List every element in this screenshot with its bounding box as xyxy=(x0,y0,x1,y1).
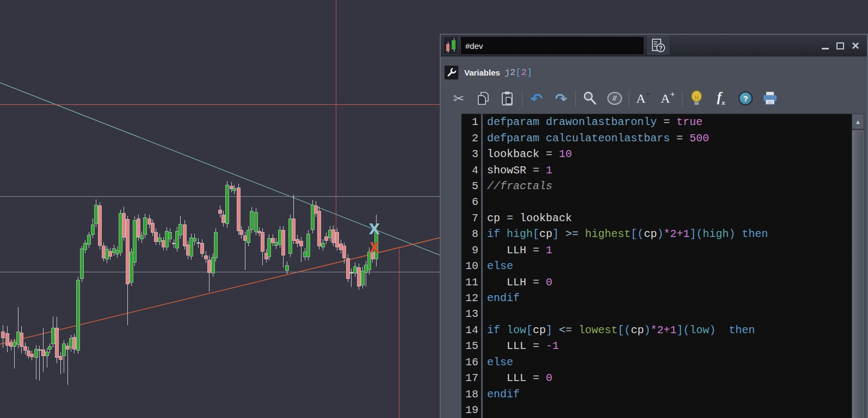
line-number: 8 xyxy=(461,228,481,240)
code-text: //fractals xyxy=(487,180,552,192)
horizontal-line[interactable] xyxy=(0,104,441,105)
code-line[interactable]: 19 xyxy=(461,402,853,418)
gutter-separator xyxy=(481,354,483,370)
panel-subtitle: j2[2] xyxy=(504,67,532,78)
vertical-line[interactable] xyxy=(336,0,336,242)
printer-icon xyxy=(762,91,778,105)
line-number: 15 xyxy=(461,340,481,352)
gutter-separator xyxy=(481,258,483,274)
code-line[interactable]: 2defparam calculateonlastbars = 500 xyxy=(461,130,853,146)
horizontal-line[interactable] xyxy=(0,272,441,272)
vertical-line[interactable] xyxy=(399,248,399,418)
line-number: 7 xyxy=(461,212,481,224)
code-line[interactable]: 18endif xyxy=(461,386,853,402)
price-chart[interactable]: XX xyxy=(0,0,441,418)
panel-subtitle-token: ] xyxy=(527,67,532,78)
code-line[interactable]: 11 LLH = 0 xyxy=(461,274,853,290)
toolbar-separator xyxy=(575,90,576,107)
code-editor-window: #dev ? × Variables j2[2] xyxy=(440,34,868,418)
undo-icon: ↶ xyxy=(531,90,543,107)
gutter-separator xyxy=(481,386,483,402)
hint-button[interactable] xyxy=(686,88,707,109)
line-number: 17 xyxy=(461,372,481,384)
code-line[interactable]: 8if high[cp] >= highest[(cp)*2+1](high) … xyxy=(461,226,853,242)
code-line[interactable]: 1defparam drawonlastbaronly = true xyxy=(461,114,853,130)
code-help-button[interactable]: ? xyxy=(647,36,670,55)
toolbar-separator xyxy=(522,90,522,107)
gutter-separator xyxy=(481,274,483,290)
gutter-separator xyxy=(481,210,483,226)
minimize-icon xyxy=(822,48,829,49)
copy-icon xyxy=(476,91,490,106)
code-line[interactable]: 3lookback = 10 xyxy=(461,146,853,162)
toolbar-separator xyxy=(682,90,682,107)
code-line[interactable]: 6 xyxy=(461,194,853,210)
wrench-icon[interactable] xyxy=(444,65,459,80)
code-editor[interactable]: 1defparam drawonlastbaronly = true2defpa… xyxy=(461,114,853,418)
window-titlebar[interactable]: #dev ? × xyxy=(441,35,867,57)
comment-button[interactable]: // xyxy=(604,88,625,109)
font-increase-icon: A+ xyxy=(661,91,675,106)
gutter-separator xyxy=(481,178,483,194)
print-button[interactable] xyxy=(760,88,780,109)
line-number: 11 xyxy=(461,276,481,289)
help-icon: ? xyxy=(738,91,753,105)
document-help-icon: ? xyxy=(650,38,667,54)
line-number: 5 xyxy=(461,180,481,192)
vertical-scrollbar[interactable]: ▲ xyxy=(852,114,864,418)
panel-subtitle-token: [ xyxy=(515,67,521,78)
gutter-separator xyxy=(481,130,483,146)
gutter-separator xyxy=(481,146,483,162)
gutter-separator xyxy=(481,226,483,242)
scroll-up-button[interactable]: ▲ xyxy=(852,114,864,129)
redo-button[interactable]: ↷ xyxy=(551,88,571,109)
code-text: LLL = 0 xyxy=(487,372,552,384)
scissors-icon: ✂ xyxy=(453,91,465,107)
code-line[interactable]: 16else xyxy=(461,354,853,370)
line-number: 9 xyxy=(461,244,481,257)
line-number: 1 xyxy=(461,116,481,128)
search-button[interactable] xyxy=(580,88,600,109)
code-text: defparam calculateonlastbars = 500 xyxy=(487,132,709,145)
editor-toolbar: ✂ ↶ ↷ // A− xyxy=(444,85,866,112)
help-button[interactable]: ? xyxy=(735,88,756,109)
code-text: defparam drawonlastbaronly = true xyxy=(487,116,703,128)
code-line[interactable]: 12endif xyxy=(461,290,853,306)
fractal-low-marker[interactable]: X xyxy=(370,241,380,254)
paste-button[interactable] xyxy=(497,88,518,109)
line-number: 18 xyxy=(461,388,481,401)
maximize-button[interactable] xyxy=(835,41,845,51)
function-button[interactable]: fx xyxy=(711,88,731,109)
code-line[interactable]: 7cp = lookback xyxy=(461,210,853,226)
gutter-separator xyxy=(481,194,483,210)
line-number: 3 xyxy=(461,148,481,160)
code-line[interactable]: 10else xyxy=(461,258,853,274)
scroll-thumb[interactable] xyxy=(852,130,864,418)
fractal-high-marker[interactable]: X xyxy=(369,222,380,236)
line-number: 16 xyxy=(461,356,481,369)
code-text: lookback = 10 xyxy=(487,148,572,160)
line-number: 4 xyxy=(461,164,481,177)
code-line[interactable]: 5//fractals xyxy=(461,178,853,194)
horizontal-line[interactable] xyxy=(0,196,441,197)
code-line[interactable]: 17 LLL = 0 xyxy=(461,370,853,386)
undo-button[interactable]: ↶ xyxy=(526,88,547,109)
gutter-separator xyxy=(481,370,483,386)
indicator-header: Variables j2[2] xyxy=(444,61,866,84)
code-text: endif xyxy=(487,292,520,304)
code-text: LLL = -1 xyxy=(487,340,559,352)
code-line[interactable]: 14if low[cp] <= lowest[(cp)*2+1](low) th… xyxy=(461,322,853,338)
window-title: #dev xyxy=(460,36,644,55)
close-button[interactable]: × xyxy=(851,41,860,51)
code-line[interactable]: 9 LLH = 1 xyxy=(461,242,853,258)
fx-icon: fx xyxy=(717,90,725,107)
font-increase-button[interactable]: A+ xyxy=(657,88,678,109)
copy-button[interactable] xyxy=(473,88,494,109)
cut-button[interactable]: ✂ xyxy=(448,88,469,109)
gutter-separator xyxy=(481,290,483,306)
code-line[interactable]: 4showSR = 1 xyxy=(461,162,853,178)
code-line[interactable]: 13 xyxy=(461,306,853,322)
code-line[interactable]: 15 LLL = -1 xyxy=(461,338,853,354)
font-decrease-button[interactable]: A− xyxy=(633,88,654,109)
minimize-button[interactable] xyxy=(820,41,830,51)
